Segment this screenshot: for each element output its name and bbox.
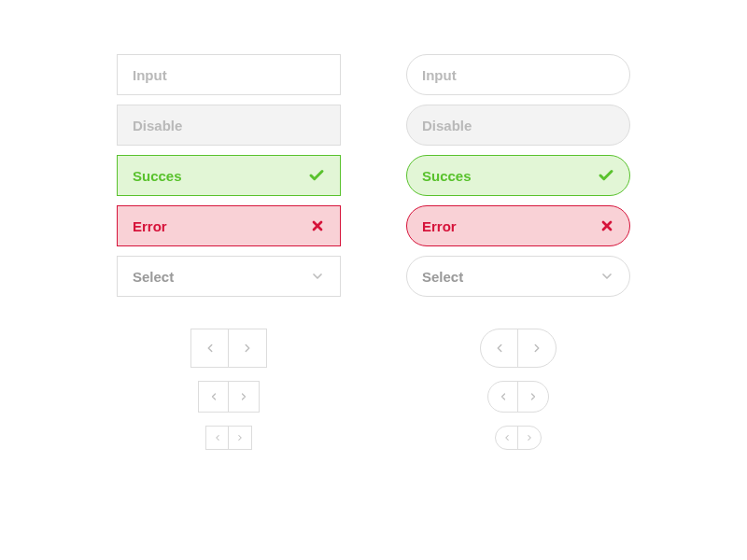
check-icon (308, 167, 325, 184)
input-field[interactable]: Input (406, 54, 630, 95)
error-field[interactable]: Error (117, 205, 341, 246)
x-icon (599, 218, 614, 233)
success-field[interactable]: Succes (117, 155, 341, 196)
field-label: Select (422, 269, 463, 285)
chevron-left-icon (208, 391, 219, 402)
stepper-large (190, 329, 267, 368)
stepper-next-button[interactable] (518, 427, 541, 449)
field-label: Succes (133, 168, 182, 184)
field-label: Input (133, 67, 167, 83)
chevron-down-icon (599, 269, 614, 284)
stepper-next-button[interactable] (229, 427, 251, 449)
field-label: Error (422, 218, 457, 234)
stepper-medium (198, 381, 260, 413)
field-label: Disable (133, 118, 182, 133)
disabled-field: Disable (406, 105, 630, 146)
stepper-next-button[interactable] (518, 382, 548, 412)
chevron-right-icon (530, 342, 543, 355)
stepper-medium (487, 381, 549, 413)
field-label: Select (133, 269, 174, 285)
rounded-style-column: Input Disable Succes Error Select (406, 54, 630, 560)
chevron-left-icon (502, 433, 512, 442)
stepper-large (480, 329, 557, 368)
disabled-field: Disable (117, 105, 341, 146)
stepper-group (406, 329, 630, 450)
input-field[interactable]: Input (117, 54, 341, 95)
chevron-right-icon (528, 391, 539, 402)
stepper-prev-button[interactable] (199, 382, 229, 412)
error-field[interactable]: Error (406, 205, 630, 246)
select-field[interactable]: Select (406, 256, 630, 297)
stepper-prev-button[interactable] (191, 329, 229, 367)
chevron-right-icon (241, 342, 254, 355)
square-style-column: Input Disable Succes Error Select (117, 54, 341, 560)
stepper-small (205, 426, 252, 450)
chevron-left-icon (213, 433, 222, 442)
field-label: Error (133, 218, 167, 234)
chevron-right-icon (238, 391, 249, 402)
chevron-down-icon (310, 269, 325, 284)
stepper-prev-button[interactable] (206, 427, 229, 449)
field-label: Input (422, 67, 457, 83)
success-field[interactable]: Succes (406, 155, 630, 196)
field-label: Disable (422, 118, 472, 133)
stepper-prev-button[interactable] (488, 382, 518, 412)
chevron-left-icon (493, 342, 506, 355)
chevron-right-icon (235, 433, 245, 442)
stepper-prev-button[interactable] (481, 329, 518, 367)
field-label: Succes (422, 168, 472, 184)
form-variants: Input Disable Succes Error Select (117, 54, 630, 560)
stepper-next-button[interactable] (229, 382, 259, 412)
stepper-group (117, 329, 341, 450)
select-field[interactable]: Select (117, 256, 341, 297)
stepper-next-button[interactable] (518, 329, 556, 367)
chevron-left-icon (204, 342, 217, 355)
chevron-right-icon (525, 433, 534, 442)
stepper-next-button[interactable] (229, 329, 266, 367)
x-icon (310, 218, 325, 233)
stepper-small (495, 426, 542, 450)
check-icon (598, 167, 614, 184)
stepper-prev-button[interactable] (496, 427, 518, 449)
chevron-left-icon (498, 391, 509, 402)
